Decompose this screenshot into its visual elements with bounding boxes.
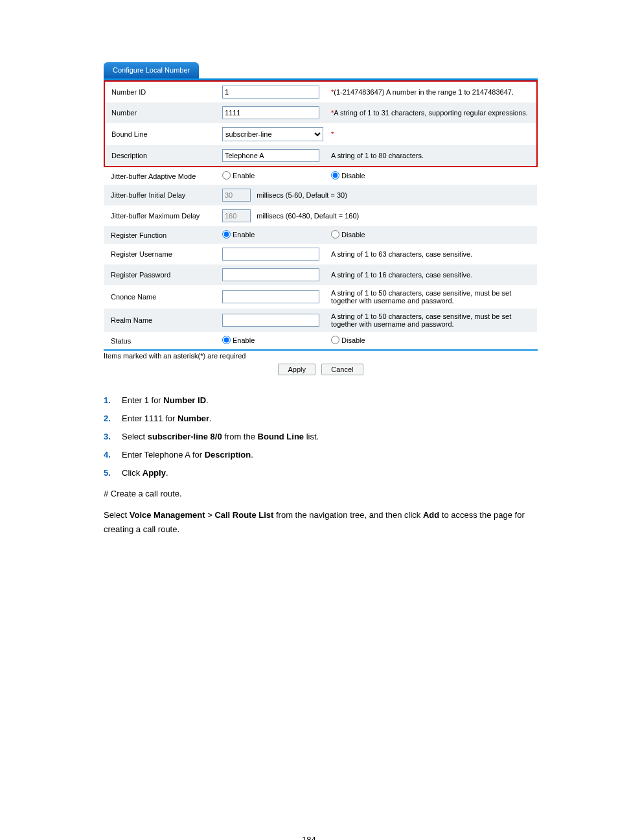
step-number: 1. (104, 393, 111, 408)
cancel-button[interactable]: Cancel (321, 364, 363, 375)
step-number: 2. (104, 412, 111, 426)
label-jb-max: Jitter-buffer Maximum Delay (104, 205, 218, 226)
radio-label-enable: Enable (233, 172, 255, 180)
tab-configure-local-number[interactable]: Configure Local Number (104, 62, 199, 78)
label-jb-initial: Jitter-buffer Initial Delay (104, 185, 218, 205)
step-2: 2.Enter 1111 for Number. (104, 412, 538, 426)
hint-reg-password: A string of 1 to 16 characters, case sen… (327, 264, 537, 285)
step-4: 4.Enter Telephone A for Description. (104, 448, 538, 462)
radio-label-disable: Disable (341, 231, 365, 239)
nav-instruction: Select Voice Management > Call Route Lis… (104, 508, 538, 537)
hint-number: A string of 1 to 31 characters, supporti… (334, 109, 528, 117)
step-number: 5. (104, 466, 111, 480)
page-number: 184 (0, 835, 618, 840)
input-cnonce[interactable] (222, 290, 319, 303)
input-reg-username[interactable] (222, 248, 319, 261)
label-status: Status (104, 332, 218, 349)
step-number: 4. (104, 448, 111, 462)
step-1: 1.Enter 1 for Number ID. (104, 393, 538, 408)
radio-status-enable[interactable] (222, 336, 231, 344)
radio-jb-adaptive-disable[interactable] (331, 171, 339, 180)
radio-label-enable: Enable (233, 336, 255, 344)
hash-line: # Create a call route. (104, 487, 538, 501)
input-description[interactable] (222, 149, 319, 162)
footer-rule (104, 349, 538, 351)
label-reg-username: Register Username (104, 244, 218, 264)
radio-status-disable[interactable] (331, 336, 339, 344)
radio-reg-func-enable[interactable] (222, 230, 231, 239)
hint-cnonce: A string of 1 to 50 characters, case sen… (327, 285, 537, 309)
label-bound-line: Bound Line (104, 123, 218, 145)
hint-realm: A string of 1 to 50 characters, case sen… (327, 309, 537, 332)
radio-label-enable: Enable (233, 231, 255, 239)
input-number[interactable] (222, 106, 319, 119)
label-cnonce: Cnonce Name (104, 285, 218, 309)
label-reg-password: Register Password (104, 264, 218, 285)
select-bound-line[interactable]: subscriber-line (222, 127, 323, 141)
label-number: Number (104, 102, 218, 123)
instruction-block: 1.Enter 1 for Number ID. 2.Enter 1111 fo… (104, 393, 538, 537)
hint-reg-username: A string of 1 to 63 characters, case sen… (327, 244, 537, 264)
radio-label-disable: Disable (341, 336, 365, 344)
req-marker: * (331, 130, 334, 138)
apply-button[interactable]: Apply (278, 364, 315, 375)
hint-jb-max: millisecs (60-480, Default = 160) (257, 212, 359, 220)
radio-reg-func-disable[interactable] (331, 230, 339, 239)
hint-jb-initial: millisecs (5-60, Default = 30) (257, 191, 347, 199)
step-5: 5.Click Apply. (104, 466, 538, 480)
step-3: 3.Select subscriber-line 8/0 from the Bo… (104, 430, 538, 444)
required-note: Items marked with an asterisk(*) are req… (104, 352, 538, 360)
radio-label-disable: Disable (341, 172, 365, 180)
input-realm[interactable] (222, 314, 319, 327)
config-panel: Configure Local Number Number ID *(1-214… (104, 62, 538, 375)
label-number-id: Number ID (104, 81, 218, 102)
radio-jb-adaptive-enable[interactable] (222, 171, 231, 180)
label-description: Description (104, 145, 218, 167)
input-jb-initial (222, 189, 251, 202)
hint-number-id: (1-2147483647) A number in the range 1 t… (334, 88, 514, 96)
step-number: 3. (104, 430, 111, 444)
config-table: Number ID *(1-2147483647) A number in th… (104, 80, 538, 349)
hint-description: A string of 1 to 80 characters. (327, 145, 537, 167)
input-number-id[interactable] (222, 86, 319, 99)
input-jb-max (222, 209, 251, 222)
input-reg-password[interactable] (222, 268, 319, 281)
label-jb-adaptive: Jitter-buffer Adaptive Mode (104, 167, 218, 185)
label-realm: Realm Name (104, 309, 218, 332)
label-reg-func: Register Function (104, 226, 218, 244)
